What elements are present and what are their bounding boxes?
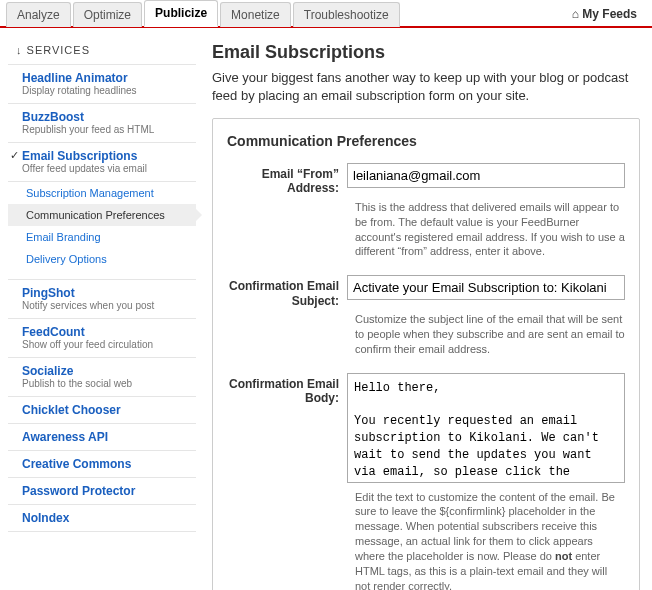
from-address-input[interactable] <box>347 163 625 188</box>
sidebar-item-socialize[interactable]: Socialize Publish to the social web <box>8 358 196 397</box>
sidebar-subitem-subscription-management[interactable]: Subscription Management <box>8 182 196 204</box>
sidebar-item-headline-animator[interactable]: Headline Animator Display rotating headl… <box>8 65 196 104</box>
confirmation-body-textarea[interactable] <box>347 373 625 483</box>
sidebar-item-title: NoIndex <box>22 511 192 525</box>
sidebar-item-buzzboost[interactable]: BuzzBoost Republish your feed as HTML <box>8 104 196 143</box>
sidebar-item-chicklet-chooser[interactable]: Chicklet Chooser <box>8 397 196 424</box>
sidebar-item-title: Socialize <box>22 364 192 378</box>
sidebar-item-password-protector[interactable]: Password Protector <box>8 478 196 505</box>
sidebar-subitem-communication-preferences[interactable]: Communication Preferences <box>8 204 196 226</box>
top-tabs: Analyze Optimize Publicize Monetize Trou… <box>0 0 652 28</box>
tab-analyze[interactable]: Analyze <box>6 2 71 27</box>
tab-publicize[interactable]: Publicize <box>144 0 218 27</box>
sidebar-item-title: Email Subscriptions <box>22 149 192 163</box>
sidebar-item-title: FeedCount <box>22 325 192 339</box>
confirmation-subject-help: Customize the subject line of the email … <box>355 312 625 357</box>
sidebar-heading: ↓ SERVICES <box>8 38 196 65</box>
sidebar-item-desc: Republish your feed as HTML <box>22 124 192 136</box>
sidebar-item-desc: Notify services when you post <box>22 300 192 312</box>
sidebar-item-title: Chicklet Chooser <box>22 403 192 417</box>
sidebar-item-desc: Publish to the social web <box>22 378 192 390</box>
from-address-help: This is the address that delivered email… <box>355 200 625 259</box>
sidebar-subitem-delivery-options[interactable]: Delivery Options <box>8 248 196 270</box>
communication-preferences-panel: Communication Preferences Email “From” A… <box>212 118 640 590</box>
sidebar-item-desc: Display rotating headlines <box>22 85 192 97</box>
confirmation-subject-label: Confirmation Email Subject: <box>227 275 347 308</box>
sidebar-item-desc: Offer feed updates via email <box>22 163 192 175</box>
sidebar-item-feedcount[interactable]: FeedCount Show off your feed circulation <box>8 319 196 358</box>
sidebar-item-title: Headline Animator <box>22 71 192 85</box>
sidebar-item-title: Creative Commons <box>22 457 192 471</box>
sidebar-item-noindex[interactable]: NoIndex <box>8 505 196 532</box>
sidebar-item-desc: Show off your feed circulation <box>22 339 192 351</box>
tab-monetize[interactable]: Monetize <box>220 2 291 27</box>
sidebar-item-title: PingShot <box>22 286 192 300</box>
content: Email Subscriptions Give your biggest fa… <box>200 28 652 590</box>
my-feeds-label: My Feeds <box>582 7 637 21</box>
sidebar-item-title: BuzzBoost <box>22 110 192 124</box>
sidebar-item-title: Awareness API <box>22 430 192 444</box>
confirmation-body-label: Confirmation Email Body: <box>227 373 347 486</box>
sidebar-subitem-email-branding[interactable]: Email Branding <box>8 226 196 248</box>
sidebar-item-email-subscriptions[interactable]: Email Subscriptions Offer feed updates v… <box>8 143 196 182</box>
page-title: Email Subscriptions <box>212 42 640 63</box>
from-address-label: Email “From” Address: <box>227 163 347 196</box>
sidebar-item-pingshot[interactable]: PingShot Notify services when you post <box>8 280 196 319</box>
sidebar-item-awareness-api[interactable]: Awareness API <box>8 424 196 451</box>
sidebar: ↓ SERVICES Headline Animator Display rot… <box>0 28 200 590</box>
tab-troubleshootize[interactable]: Troubleshootize <box>293 2 400 27</box>
panel-title: Communication Preferences <box>227 133 625 149</box>
home-icon: ⌂ <box>572 7 579 21</box>
my-feeds-link[interactable]: ⌂ My Feeds <box>567 2 642 26</box>
sidebar-item-title: Password Protector <box>22 484 192 498</box>
sidebar-item-creative-commons[interactable]: Creative Commons <box>8 451 196 478</box>
tab-optimize[interactable]: Optimize <box>73 2 142 27</box>
page-intro: Give your biggest fans another way to ke… <box>212 69 640 104</box>
confirmation-body-help: Edit the text to customize the content o… <box>355 490 625 590</box>
confirmation-subject-input[interactable] <box>347 275 625 300</box>
